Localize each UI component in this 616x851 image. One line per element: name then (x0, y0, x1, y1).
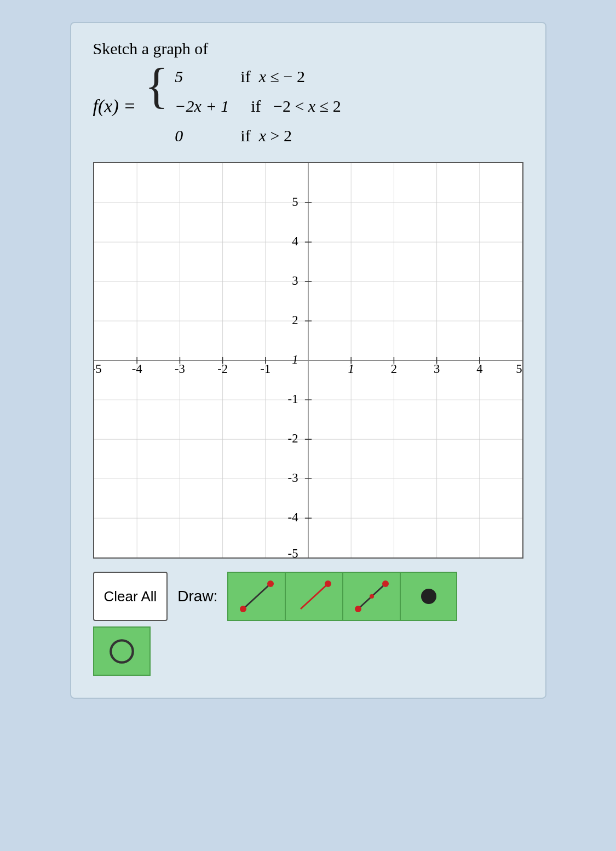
open-circle-tool[interactable] (93, 626, 151, 676)
problem-title: Sketch a graph of (93, 39, 523, 58)
x-label-neg3: -3 (174, 362, 185, 376)
y-label-neg5: -5 (287, 547, 298, 557)
solid-line-open-start-tool-icon (295, 577, 333, 616)
svg-point-41 (355, 606, 361, 612)
graph-svg[interactable]: -5 -4 -3 -2 -1 1 2 3 4 5 5 4 3 2 1 -1 -2… (94, 163, 522, 557)
x-label-neg5: -5 (94, 362, 102, 376)
brace-cases: { 5 if x ≤ − 2 −2x + 1 if −2 < x ≤ 2 0 i… (145, 64, 341, 149)
graph-area[interactable]: -5 -4 -3 -2 -1 1 2 3 4 5 5 4 3 2 1 -1 -2… (93, 162, 523, 559)
open-circle-tool-icon (94, 624, 149, 679)
case-value-1: 5 (175, 64, 218, 90)
case-row-2: −2x + 1 if −2 < x ≤ 2 (175, 93, 341, 119)
dot-tool[interactable] (400, 572, 457, 621)
case-condition-3: if x > 2 (240, 123, 292, 149)
svg-point-45 (111, 640, 133, 662)
y-label-3: 3 (292, 274, 298, 288)
y-label-neg4: -4 (287, 510, 298, 524)
svg-point-42 (382, 580, 389, 587)
clear-all-button[interactable]: Clear All (93, 572, 168, 621)
svg-line-38 (301, 584, 328, 609)
case-row-3: 0 if x > 2 (175, 123, 341, 149)
svg-point-39 (325, 580, 331, 587)
y-label-4: 4 (292, 234, 298, 248)
dot-tool-icon (410, 577, 448, 616)
x-label-1: 1 (348, 362, 354, 376)
solid-line-open-end-tool-icon (353, 577, 391, 616)
solid-line-tool[interactable] (227, 572, 285, 621)
y-label-neg3: -3 (287, 471, 298, 485)
function-label: f(x) = (93, 96, 136, 117)
solid-line-tool-icon (238, 577, 276, 616)
draw-label: Draw: (173, 572, 222, 621)
x-label-3: 3 (433, 362, 439, 376)
y-label-neg1: -1 (287, 392, 298, 406)
y-label-2: 2 (292, 313, 298, 327)
case-value-2: −2x + 1 (175, 93, 229, 119)
x-label-4: 4 (476, 362, 482, 376)
y-label-5: 5 (292, 195, 298, 209)
second-row-tools (93, 626, 523, 676)
svg-line-35 (243, 584, 270, 609)
cases-table: 5 if x ≤ − 2 −2x + 1 if −2 < x ≤ 2 0 if … (175, 64, 341, 149)
solid-line-open-end-tool[interactable] (342, 572, 400, 621)
svg-point-37 (267, 580, 274, 587)
main-card: Sketch a graph of f(x) = { 5 if x ≤ − 2 … (70, 22, 546, 699)
draw-tools (227, 572, 457, 621)
y-label-neg2: -2 (287, 432, 298, 445)
case-condition-2: if −2 < x ≤ 2 (251, 93, 341, 119)
svg-point-43 (370, 594, 374, 599)
left-brace: { (145, 61, 168, 149)
case-row-1: 5 if x ≤ − 2 (175, 64, 341, 90)
piecewise-function: f(x) = { 5 if x ≤ − 2 −2x + 1 if −2 < x … (93, 64, 523, 149)
solid-line-open-start-tool[interactable] (285, 572, 342, 621)
toolbar: Clear All Draw: (93, 572, 523, 621)
x-label-2: 2 (390, 362, 396, 376)
case-value-3: 0 (175, 123, 218, 149)
x-label-neg4: -4 (131, 362, 142, 376)
x-label-neg1: -1 (260, 362, 270, 376)
x-label-5: 5 (516, 362, 522, 376)
svg-point-44 (421, 589, 436, 604)
case-condition-1: if x ≤ − 2 (240, 64, 305, 90)
y-label-1: 1 (292, 353, 298, 366)
svg-point-36 (240, 606, 246, 612)
x-label-neg2: -2 (217, 362, 228, 376)
